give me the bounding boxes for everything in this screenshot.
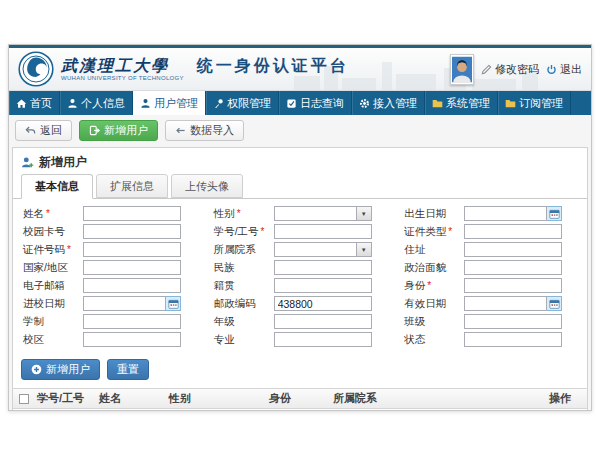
table-body-empty bbox=[13, 409, 587, 410]
field-text bbox=[83, 260, 181, 275]
university-name-block: 武漢理工大學 WUHAN UNIVERSITY OF TECHNOLOGY bbox=[61, 57, 184, 81]
nav-item-0[interactable]: 首页 bbox=[9, 91, 60, 115]
nav-item-4[interactable]: 日志查询 bbox=[279, 91, 352, 115]
field-text-input[interactable] bbox=[464, 278, 562, 293]
calendar-icon[interactable] bbox=[547, 296, 562, 311]
calendar-icon[interactable] bbox=[166, 296, 181, 311]
field-text-input[interactable] bbox=[83, 260, 181, 275]
content: 返回 新增用户 数据导入 新增用户 基本信息扩 bbox=[9, 115, 591, 410]
pencil-icon bbox=[481, 64, 492, 75]
field-text-input[interactable] bbox=[274, 260, 372, 275]
field-date-input[interactable] bbox=[83, 296, 166, 311]
dropdown-arrow-icon[interactable]: ▼ bbox=[357, 206, 372, 221]
back-label: 返回 bbox=[40, 124, 62, 137]
table-column-3: 身份 bbox=[267, 391, 331, 406]
field-label: 所属院系 bbox=[214, 243, 274, 257]
field-text bbox=[274, 278, 372, 293]
add-user-toolbar-button[interactable]: 新增用户 bbox=[79, 120, 158, 141]
field-label: 住址 bbox=[404, 243, 464, 257]
field-label: 证件类型* bbox=[404, 225, 464, 239]
field-label: 姓名* bbox=[23, 207, 83, 221]
logout-link[interactable]: 退出 bbox=[546, 62, 582, 77]
field-label: 状态 bbox=[404, 333, 464, 347]
nav-item-2[interactable]: 用户管理 bbox=[133, 91, 206, 115]
select-all-checkbox[interactable] bbox=[19, 394, 29, 404]
tab-label: 扩展信息 bbox=[110, 180, 154, 192]
field-text-input[interactable] bbox=[274, 278, 372, 293]
field-text-input[interactable] bbox=[83, 242, 181, 257]
change-password-link[interactable]: 修改密码 bbox=[481, 62, 539, 77]
field-select-value[interactable] bbox=[274, 206, 357, 221]
field-text-input[interactable] bbox=[83, 332, 181, 347]
tab-1[interactable]: 扩展信息 bbox=[96, 174, 168, 198]
field-date-input[interactable] bbox=[464, 206, 547, 221]
field-label: 学号/工号* bbox=[214, 225, 274, 239]
form-field-9: 国家/地区 bbox=[23, 260, 200, 275]
field-text-input[interactable] bbox=[464, 314, 562, 329]
section-title-label: 新增用户 bbox=[39, 154, 87, 171]
table-column-0: 学号/工号 bbox=[35, 391, 97, 406]
dropdown-arrow-icon[interactable]: ▼ bbox=[357, 242, 372, 257]
nav-item-6[interactable]: 系统管理 bbox=[425, 91, 498, 115]
field-date-input[interactable] bbox=[464, 296, 547, 311]
field-label: 学制 bbox=[23, 315, 83, 329]
field-label: 进校日期 bbox=[23, 297, 83, 311]
field-label: 出生日期 bbox=[404, 207, 464, 221]
header-user-area: 修改密码 退出 bbox=[450, 54, 582, 85]
tab-label: 上传头像 bbox=[185, 180, 229, 192]
form-field-5: 证件类型* bbox=[404, 224, 581, 239]
tab-2[interactable]: 上传头像 bbox=[171, 174, 243, 198]
field-text bbox=[83, 224, 181, 239]
field-text-input[interactable] bbox=[274, 332, 372, 347]
nav-item-5[interactable]: 接入管理 bbox=[352, 91, 425, 115]
field-text-input[interactable] bbox=[83, 224, 181, 239]
field-text-input[interactable] bbox=[274, 314, 372, 329]
form-field-15: 进校日期 bbox=[23, 296, 200, 311]
field-text-input[interactable] bbox=[464, 224, 562, 239]
calendar-icon[interactable] bbox=[547, 206, 562, 221]
nav-item-label: 首页 bbox=[30, 96, 52, 111]
field-text-input[interactable] bbox=[274, 224, 372, 239]
app-window: 武漢理工大學 WUHAN UNIVERSITY OF TECHNOLOGY 统一… bbox=[8, 44, 592, 411]
field-date bbox=[464, 206, 562, 221]
import-arrow-icon bbox=[175, 125, 186, 136]
home-icon bbox=[16, 98, 27, 109]
data-import-button[interactable]: 数据导入 bbox=[165, 120, 244, 141]
field-label: 籍贯 bbox=[214, 279, 274, 293]
field-text-input[interactable] bbox=[464, 260, 562, 275]
field-text-input[interactable] bbox=[274, 296, 372, 311]
reset-label: 重置 bbox=[117, 363, 139, 376]
field-label: 证件号码* bbox=[23, 243, 83, 257]
nav-item-label: 接入管理 bbox=[373, 96, 417, 111]
user-avatar[interactable] bbox=[450, 54, 474, 85]
back-button[interactable]: 返回 bbox=[15, 120, 72, 141]
form-actions: 新增用户 重置 bbox=[13, 351, 587, 388]
field-text bbox=[464, 242, 562, 257]
nav-item-1[interactable]: 个人信息 bbox=[60, 91, 133, 115]
field-text-input[interactable] bbox=[464, 332, 562, 347]
form-field-0: 姓名* bbox=[23, 206, 200, 221]
form-field-12: 电子邮箱 bbox=[23, 278, 200, 293]
field-text-input[interactable] bbox=[83, 314, 181, 329]
form-field-21: 校区 bbox=[23, 332, 200, 347]
nav-item-3[interactable]: 权限管理 bbox=[206, 91, 279, 115]
field-text-input[interactable] bbox=[83, 278, 181, 293]
field-text-input[interactable] bbox=[83, 206, 181, 221]
tab-0[interactable]: 基本信息 bbox=[21, 174, 93, 199]
add-person-icon bbox=[21, 156, 34, 169]
field-select-value[interactable] bbox=[274, 242, 357, 257]
plus-circle-icon bbox=[31, 364, 42, 375]
field-date bbox=[464, 296, 562, 311]
field-label: 性别* bbox=[214, 207, 274, 221]
field-text bbox=[83, 278, 181, 293]
reset-button[interactable]: 重置 bbox=[107, 359, 149, 380]
field-text bbox=[274, 224, 372, 239]
tab-label: 基本信息 bbox=[35, 180, 79, 192]
nav-item-7[interactable]: 订阅管理 bbox=[498, 91, 571, 115]
nav-bar: 首页个人信息用户管理权限管理日志查询接入管理系统管理订阅管理 bbox=[9, 91, 591, 115]
submit-add-user-button[interactable]: 新增用户 bbox=[21, 359, 100, 380]
gear-icon bbox=[359, 98, 370, 109]
field-text bbox=[464, 224, 562, 239]
checklist-icon bbox=[286, 98, 297, 109]
field-text-input[interactable] bbox=[464, 242, 562, 257]
